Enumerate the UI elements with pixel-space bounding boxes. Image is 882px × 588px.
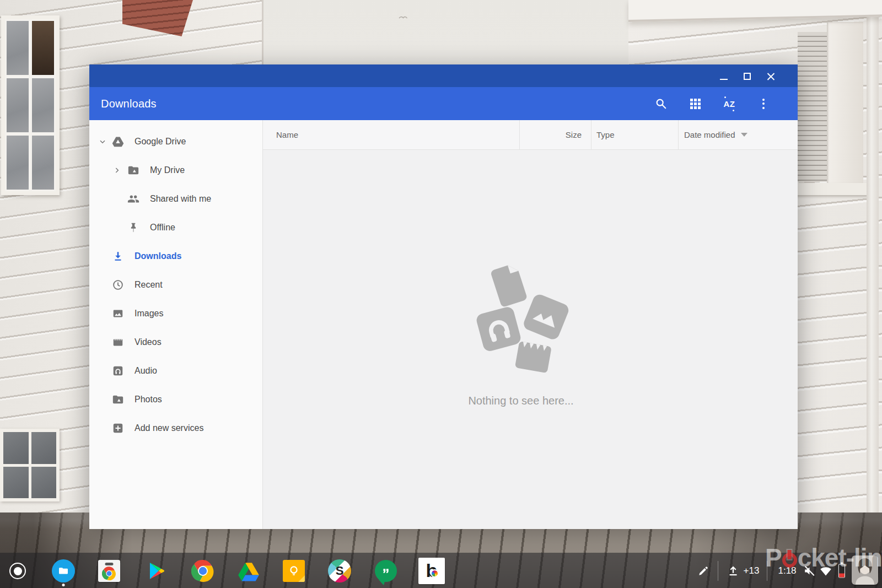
sidebar-item-label: Audio [135,366,157,376]
more-menu-icon [762,99,765,109]
launcher-button[interactable] [9,563,26,579]
photo-editor-b-icon: b [418,558,445,584]
sidebar-item-shared-with-me[interactable]: Shared with me [89,185,262,213]
sidebar-item-label: Videos [135,337,162,347]
sidebar-item-photos[interactable]: Photos [89,385,262,414]
shelf-app-slack[interactable]: S [328,559,351,582]
battery-low-icon [838,564,845,578]
empty-state-video-icon [512,339,553,377]
clock[interactable]: 1:18 [778,565,796,576]
battery-status[interactable] [838,564,845,578]
close-icon [767,72,775,80]
desktop: Downloads AZ [0,0,882,588]
column-header-name[interactable]: Name [263,120,519,149]
file-list-area: Name Size Type Date modified [263,120,798,529]
shelf: S b [0,553,882,588]
sidebar-item-google-drive[interactable]: Google Drive [89,127,262,156]
keep-icon [283,560,305,582]
page-title: Downloads [101,98,157,110]
launcher-icon [9,563,26,579]
shelf-app-chrome[interactable] [191,559,214,582]
volume-status[interactable] [803,565,815,577]
shelf-app-photo-editor-b[interactable]: b [418,558,445,584]
chrome-icon [191,559,214,582]
window-titlebar [89,64,798,87]
shelf-separator [718,561,718,581]
stylus-tools-button[interactable] [697,565,709,577]
sidebar-item-my-drive[interactable]: My Drive [89,156,262,185]
shelf-separator [767,561,767,581]
close-button[interactable] [766,71,776,80]
sidebar-item-label: Images [135,309,163,319]
shelf-app-files[interactable] [52,559,75,582]
sidebar-item-label: Shared with me [150,194,211,204]
muted-speaker-icon [803,565,815,577]
sidebar-item-offline[interactable]: Offline [89,213,262,242]
files-active-indicator [62,584,65,586]
shelf-app-google-drive[interactable] [237,559,260,582]
image-icon [111,307,125,320]
grid-view-button[interactable] [684,93,706,115]
upload-count-badge[interactable]: +13 [744,565,760,576]
hangouts-icon [375,560,397,582]
column-header-type[interactable]: Type [591,120,678,149]
sidebar-item-label: Offline [150,223,175,233]
sort-desc-icon [741,133,747,137]
sidebar-item-label: Add new services [135,423,203,433]
sidebar-item-label: Recent [135,280,163,290]
bird-silhouette [398,14,409,21]
sidebar-item-add-new-services[interactable]: Add new services [89,414,262,443]
shelf-app-web-store[interactable] [98,560,120,582]
grid-view-icon [690,99,701,109]
shelf-app-play-store[interactable] [146,560,166,581]
sidebar-item-downloads[interactable]: Downloads [89,242,262,271]
wifi-icon [819,564,832,578]
sidebar-item-label: Photos [135,395,162,404]
files-app-icon [52,559,75,582]
search-button[interactable] [650,93,672,115]
sidebar-item-images[interactable]: Images [89,299,262,328]
sidebar-item-label: Downloads [135,251,181,261]
play-store-icon [146,560,166,581]
wallpaper-window-low [0,429,60,501]
wallpaper-roof-tiles [122,0,193,36]
maximize-icon [744,73,751,80]
add-icon [111,422,125,435]
empty-state-message: Nothing to see here... [411,395,631,407]
stylus-icon [697,565,709,577]
search-icon [655,98,667,110]
web-store-icon [98,560,120,582]
chevron-down-icon[interactable] [96,135,109,148]
drive-folder-icon [127,164,140,177]
sidebar-item-recent[interactable]: Recent [89,271,262,299]
wallpaper-window-tall [1,15,60,195]
wifi-status[interactable] [819,564,832,578]
sort-az-icon: AZ [724,99,735,109]
shelf-app-keep[interactable] [283,560,305,582]
minimize-button[interactable] [719,71,728,80]
app-bar: Downloads AZ [89,87,798,120]
shelf-app-hangouts[interactable] [375,560,397,582]
wallpaper-window-blinds [798,32,829,182]
chevron-right-icon[interactable] [110,164,123,177]
photos-folder-icon [111,393,125,406]
sort-button[interactable]: AZ [718,93,740,115]
files-app-window: Downloads AZ [89,64,798,529]
column-header-date-modified[interactable]: Date modified [678,120,798,149]
audio-icon [111,364,125,377]
upload-status-button[interactable] [727,564,740,578]
clock-icon [111,278,125,292]
column-header-size[interactable]: Size [519,120,591,149]
download-icon [111,250,125,263]
video-icon [111,336,125,349]
maximize-button[interactable] [743,71,752,80]
google-drive-icon [111,135,125,148]
sidebar-item-label: Google Drive [135,137,186,147]
sidebar: Google Drive My Drive Shared with me [89,120,263,529]
more-menu-button[interactable] [752,93,775,115]
sidebar-item-audio[interactable]: Audio [89,357,262,385]
pin-icon [127,221,140,234]
avatar[interactable] [852,555,878,585]
file-list-header: Name Size Type Date modified [263,120,798,150]
sidebar-item-videos[interactable]: Videos [89,328,262,357]
